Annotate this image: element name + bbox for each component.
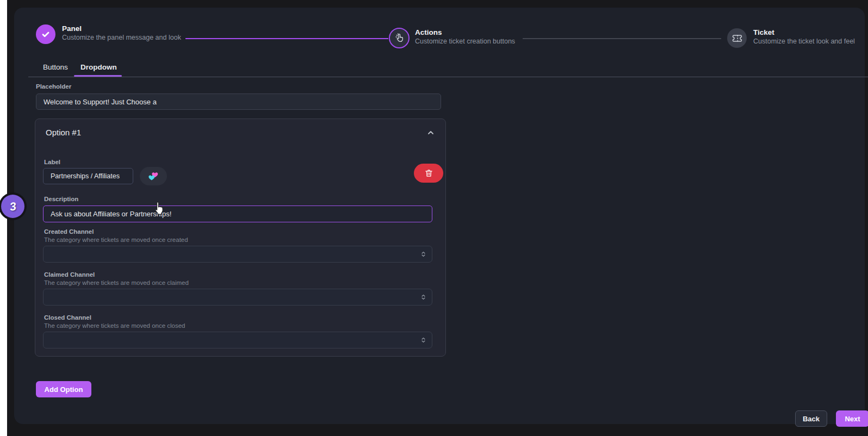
placeholder-input[interactable] <box>36 94 441 110</box>
tab-divider <box>28 77 868 77</box>
claimed-channel-description: The category where tickets are moved onc… <box>44 279 189 286</box>
closed-channel-select[interactable] <box>43 332 432 348</box>
tab-dropdown[interactable]: Dropdown <box>80 63 117 71</box>
back-button[interactable]: Back <box>795 410 827 427</box>
claimed-channel-label: Claimed Channel <box>44 271 95 278</box>
next-button[interactable]: Next <box>836 410 868 427</box>
created-channel-description: The category where tickets are moved onc… <box>44 236 188 243</box>
trash-icon <box>424 169 433 178</box>
step-title: Actions <box>415 28 442 36</box>
description-field-label: Description <box>44 196 78 202</box>
wizard-panel: Panel Customize the panel message and lo… <box>14 8 865 424</box>
closed-channel-label: Closed Channel <box>44 314 91 321</box>
two-hearts-emoji-icon <box>147 170 160 183</box>
select-arrows-icon <box>420 251 427 258</box>
step-subtitle: Customize the ticket look and feel <box>753 38 855 45</box>
check-icon <box>40 29 51 40</box>
option-title: Option #1 <box>46 128 81 137</box>
select-arrows-icon <box>420 337 427 344</box>
chevron-up-icon <box>426 128 435 137</box>
step-ticket[interactable] <box>727 28 747 48</box>
created-channel-label: Created Channel <box>44 228 94 235</box>
step-title: Ticket <box>753 28 774 36</box>
placeholder-label: Placeholder <box>36 83 71 90</box>
step-title: Panel <box>62 24 82 33</box>
step-connector-inactive <box>523 38 721 39</box>
collapse-option-button[interactable] <box>424 127 437 140</box>
description-input[interactable] <box>43 205 432 222</box>
step-actions[interactable] <box>389 28 410 48</box>
step-panel[interactable] <box>36 24 55 44</box>
emoji-picker-button[interactable] <box>140 167 167 185</box>
label-input[interactable] <box>43 168 133 184</box>
step-subtitle: Customize ticket creation buttons <box>415 38 515 45</box>
tab-buttons[interactable]: Buttons <box>43 63 68 71</box>
ticket-icon <box>732 33 742 43</box>
tap-icon <box>394 33 405 44</box>
tutorial-step-number: 3 <box>9 200 17 213</box>
claimed-channel-select[interactable] <box>43 289 432 306</box>
label-field-label: Label <box>44 159 60 165</box>
add-option-button[interactable]: Add Option <box>36 381 91 397</box>
closed-channel-description: The category where tickets are moved onc… <box>44 322 185 329</box>
step-connector-active <box>185 38 388 39</box>
tutorial-step-badge: 3 <box>1 195 24 218</box>
select-arrows-icon <box>420 294 427 301</box>
created-channel-select[interactable] <box>43 246 432 263</box>
step-subtitle: Customize the panel message and look <box>62 34 181 41</box>
delete-option-button[interactable] <box>414 164 443 183</box>
